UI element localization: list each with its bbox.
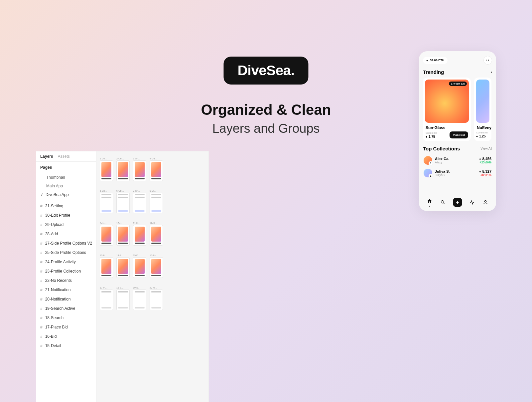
bid-label: Current bid — [476, 131, 489, 134]
nft-title: Sun-Glass — [426, 125, 468, 130]
thumb-frame — [100, 225, 113, 246]
balance-value: 32.06 ETH — [430, 59, 444, 62]
frame-label: 21-Notification — [45, 288, 71, 292]
thumb-label: 13-B… — [100, 254, 113, 257]
collection-change: +23,00% — [479, 161, 491, 164]
thumb-frame — [150, 290, 163, 310]
canvas-thumb[interactable]: 2-On… — [116, 157, 130, 181]
collection-row[interactable]: 1Alex Ca.Alexy8,456+23,00% — [423, 154, 492, 167]
canvas-thumb[interactable]: 6-Op… — [116, 190, 130, 213]
canvas-thumb[interactable]: 5-Ch… — [100, 190, 113, 213]
bid-label: Current bid — [426, 132, 437, 134]
tab-search[interactable] — [440, 199, 446, 206]
canvas-row: 5-Ch…6-Op…7-Cr…8-Cr… — [96, 188, 208, 215]
chevron-right-icon[interactable]: › — [491, 70, 492, 75]
canvas-thumb[interactable]: 8-Cr… — [150, 190, 163, 213]
frame-icon: # — [40, 222, 43, 227]
thumb-frame — [100, 160, 113, 181]
canvas-thumb[interactable]: 20-N… — [150, 287, 163, 310]
canvas-thumb[interactable]: 14-P… — [116, 254, 130, 278]
canvas-thumb[interactable]: 7-Cr… — [133, 190, 146, 213]
eth-icon — [426, 135, 428, 138]
canvas-thumb[interactable]: 19-S… — [133, 287, 146, 310]
canvas-thumb[interactable]: 18-S… — [116, 287, 130, 310]
collection-user: JuliyaS — [435, 173, 476, 177]
frame-icon: # — [40, 325, 43, 329]
frame-icon: # — [40, 241, 43, 246]
phone-header: 32.06 ETH UI — [423, 56, 492, 65]
canvas-thumb[interactable]: 10-L… — [116, 222, 130, 246]
bid-row: Current bid 1.75 Place Bid — [425, 131, 469, 139]
collections-list: 1Alex Ca.Alexy8,456+23,00%2Juliya S.Juli… — [423, 154, 492, 179]
canvas-thumb[interactable]: 4-Ge… — [150, 157, 163, 181]
balance-pill[interactable]: 32.06 ETH — [423, 57, 448, 64]
avatar[interactable]: UI — [483, 56, 492, 65]
collection-row[interactable]: 2Juliya S.JuliyaS5,327-32,01% — [423, 167, 492, 179]
canvas-thumb[interactable]: 13-B… — [100, 254, 113, 278]
pages-label: Pages — [40, 165, 52, 170]
thumb-label: 12-H… — [150, 222, 163, 224]
nft-card[interactable]: 07h 09m 12s Sun-Glass Current bid 1.75 P… — [423, 78, 471, 141]
frame-label: 31-Setting — [45, 204, 64, 208]
logo-badge: DiveSea. — [223, 57, 308, 85]
figma-canvas[interactable]: 1-On…2-On…3-On…4-Ge…5-Ch…6-Op…7-Cr…8-Cr…… — [96, 151, 208, 402]
frame-label: 27-Side Profile Options V2 — [45, 241, 92, 246]
nft-card[interactable]: NuEvey Current bid 1.25 — [474, 78, 491, 141]
thumb-label: 17-Pl… — [100, 287, 113, 289]
tab-home[interactable] — [426, 199, 433, 206]
thumb-label: 9-Lo… — [100, 222, 113, 224]
svg-line-1 — [444, 203, 445, 204]
thumb-frame — [100, 193, 113, 213]
eth-icon — [479, 169, 481, 173]
frame-label: 24-Profile Activity — [45, 260, 76, 264]
nft-image — [476, 80, 489, 123]
frame-label: 29-Upload — [45, 222, 64, 227]
thumb-label: 20-N… — [150, 287, 163, 289]
trending-header: Trending › — [423, 69, 492, 75]
canvas-thumb[interactable]: 9-Lo… — [100, 222, 113, 246]
tabbar: + — [423, 198, 492, 207]
frame-label: 18-Search — [45, 315, 64, 320]
thumb-frame — [100, 257, 113, 278]
active-dot — [429, 206, 430, 207]
canvas-thumb[interactable]: 1-On… — [100, 157, 113, 181]
tab-add[interactable]: + — [453, 198, 462, 207]
rank-badge: 1 — [429, 161, 433, 165]
thumb-frame — [116, 160, 130, 181]
canvas-thumb[interactable]: 16-Bid — [150, 254, 163, 278]
thumb-frame — [116, 225, 130, 246]
tab-layers[interactable]: Layers — [40, 154, 53, 159]
collection-avatar: 2 — [424, 169, 432, 177]
frame-icon: # — [40, 297, 43, 302]
canvas-row: 17-Pl…18-S…19-S…20-N… — [96, 285, 208, 311]
thumb-label: 14-P… — [116, 254, 130, 257]
place-bid-button[interactable]: Place Bid — [450, 131, 468, 138]
collection-user: Alexy — [435, 161, 476, 164]
trending-cards: 07h 09m 12s Sun-Glass Current bid 1.75 P… — [423, 78, 492, 141]
canvas-thumb[interactable]: 15-D… — [133, 254, 146, 278]
thumb-frame — [150, 225, 163, 246]
thumb-label: 11-H… — [133, 222, 146, 224]
canvas-thumb[interactable]: 3-On… — [133, 157, 146, 181]
collection-amount: 5,327 — [479, 169, 491, 173]
canvas-thumb[interactable]: 11-H… — [133, 222, 146, 246]
tab-assets[interactable]: Assets — [58, 154, 70, 159]
canvas-thumb[interactable]: 12-H… — [150, 222, 163, 246]
nft-title: NuEvey — [477, 125, 489, 130]
canvas-thumb[interactable]: 17-Pl… — [100, 287, 113, 310]
tab-activity[interactable] — [469, 199, 475, 206]
thumb-frame — [133, 290, 146, 310]
phone-mockup: 32.06 ETH UI Trending › 07h 09m 12s Sun-… — [419, 51, 496, 211]
frame-label: 19-Search Active — [45, 306, 75, 311]
frame-icon: # — [40, 213, 43, 218]
view-all-link[interactable]: View All — [480, 147, 492, 150]
frame-icon: # — [40, 260, 43, 264]
svg-point-0 — [441, 201, 444, 203]
bid-value: 1.25 — [476, 134, 489, 138]
bid-value: 1.75 — [426, 135, 437, 138]
eth-icon — [476, 134, 478, 138]
thumb-frame — [133, 225, 146, 246]
canvas-row: 13-B…14-P…15-D…16-Bid — [96, 253, 208, 279]
thumb-label: 19-S… — [133, 287, 146, 289]
tab-profile[interactable] — [482, 199, 489, 206]
